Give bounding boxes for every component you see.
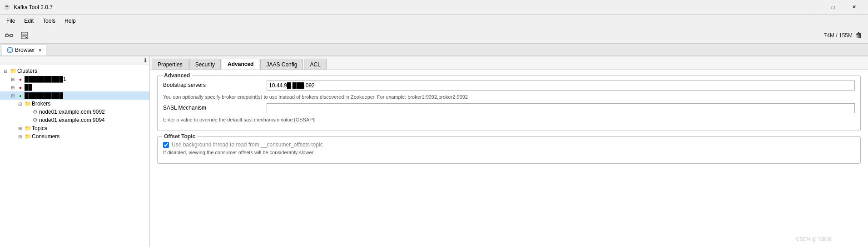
bg-thread-checkbox[interactable] bbox=[163, 142, 169, 148]
cluster1-label: ██████████1 bbox=[25, 76, 66, 82]
gc-icon[interactable]: 🗑 bbox=[855, 31, 863, 40]
advanced-section-group: Advanced Bootstrap servers You can optio… bbox=[157, 76, 861, 131]
connect-icon bbox=[5, 31, 13, 40]
broker1-gear-icon: ⚙ bbox=[31, 109, 39, 115]
close-button[interactable]: ✕ bbox=[843, 0, 864, 15]
sidebar-expand-icon[interactable]: ⬇ bbox=[143, 57, 148, 64]
minimize-button[interactable]: — bbox=[802, 0, 823, 15]
offset-topic-desc: If disabled, viewing the consumer offset… bbox=[163, 150, 855, 155]
brokers-folder-icon: 📁 bbox=[24, 101, 32, 107]
sasl-mechanism-input[interactable] bbox=[267, 103, 855, 113]
bg-thread-label: Use background thread to read from __con… bbox=[172, 141, 323, 148]
bootstrap-servers-desc: You can optionally specify broker endpoi… bbox=[163, 94, 855, 100]
connect-button[interactable] bbox=[2, 29, 16, 42]
sasl-mechanism-label: SASL Mechanism bbox=[163, 103, 263, 111]
title-bar: ☕ Kafka Tool 2.0.7 — □ ✕ bbox=[0, 0, 868, 15]
tree-item-cluster1[interactable]: ⊞ ● ██████████1 bbox=[0, 75, 149, 83]
sidebar-header: ⬇ bbox=[0, 56, 149, 65]
browser-tab-label: Browser bbox=[15, 47, 35, 53]
menu-help[interactable]: Help bbox=[60, 16, 80, 26]
tree-item-cluster2[interactable]: ⊞ ● ██ bbox=[0, 83, 149, 91]
tab-jaas-config-label: JAAS Config bbox=[266, 61, 297, 68]
cluster1-expander: ⊞ bbox=[9, 77, 16, 82]
svg-rect-0 bbox=[5, 35, 8, 36]
content-tabs: Properties Security Advanced JAAS Config… bbox=[150, 56, 868, 70]
tab-security-label: Security bbox=[195, 61, 215, 68]
tree-item-topics[interactable]: ⊞ 📁 Topics bbox=[0, 124, 149, 132]
toolbar-right: 74M / 155M 🗑 bbox=[824, 31, 866, 40]
broker1-label: node01.example.com:9092 bbox=[39, 109, 105, 115]
tab-acl[interactable]: ACL bbox=[304, 59, 326, 70]
offset-topic-title: Offset Topic bbox=[162, 133, 197, 140]
menu-file[interactable]: File bbox=[2, 16, 20, 26]
tab-properties-label: Properties bbox=[158, 61, 183, 68]
consumers-expander: ⊞ bbox=[16, 134, 24, 139]
tree-item-consumers[interactable]: ⊞ 📁 Consumers bbox=[0, 132, 149, 141]
offset-topic-section: Offset Topic Use background thread to re… bbox=[157, 136, 861, 164]
tab-advanced-label: Advanced bbox=[228, 61, 253, 67]
title-bar-left: ☕ Kafka Tool 2.0.7 bbox=[4, 4, 53, 11]
browser-tab-bar: Browser × bbox=[0, 44, 868, 56]
topics-folder-icon: 📁 bbox=[24, 125, 32, 131]
tab-security[interactable]: Security bbox=[189, 59, 221, 70]
maximize-button[interactable]: □ bbox=[823, 0, 843, 15]
bootstrap-servers-label: Bootstrap servers bbox=[163, 81, 263, 88]
bootstrap-servers-input[interactable] bbox=[267, 81, 855, 91]
edit-icon bbox=[20, 31, 29, 40]
svg-point-9 bbox=[7, 47, 13, 53]
clusters-folder-icon: 📁 bbox=[9, 68, 17, 74]
tree-item-brokers[interactable]: ⊟ 📁 Brokers bbox=[0, 100, 149, 108]
clusters-expander: ⊟ bbox=[2, 69, 9, 74]
tab-jaas-config[interactable]: JAAS Config bbox=[260, 59, 303, 70]
cluster2-label: ██ bbox=[25, 84, 32, 91]
tree-item-broker2[interactable]: ⚙ node01.example.com:9094 bbox=[0, 116, 149, 124]
title-bar-controls: — □ ✕ bbox=[802, 0, 864, 15]
menu-edit[interactable]: Edit bbox=[20, 16, 38, 26]
content-area: Properties Security Advanced JAAS Config… bbox=[150, 56, 868, 247]
brokers-label: Brokers bbox=[32, 101, 50, 107]
bootstrap-servers-row: Bootstrap servers bbox=[163, 81, 855, 91]
advanced-panel: Advanced Bootstrap servers You can optio… bbox=[150, 70, 868, 169]
consumers-label: Consumers bbox=[32, 133, 60, 140]
memory-label: 74M / 155M bbox=[824, 32, 853, 39]
cluster3-dot-icon: ● bbox=[16, 93, 25, 98]
edit-button[interactable] bbox=[17, 29, 32, 42]
tree-item-broker1[interactable]: ⚙ node01.example.com:9092 bbox=[0, 108, 149, 116]
advanced-section-title: Advanced bbox=[162, 72, 192, 79]
tab-properties[interactable]: Properties bbox=[152, 59, 188, 70]
tree-item-clusters[interactable]: ⊟ 📁 Clusters bbox=[0, 67, 149, 75]
sasl-mechanism-row: SASL Mechanism bbox=[163, 103, 855, 113]
tree-item-cluster3[interactable]: ⊟ ● ██████████ bbox=[0, 91, 149, 100]
broker2-label: node01.example.com:9094 bbox=[39, 117, 105, 123]
cluster3-label: ██████████ bbox=[25, 92, 63, 99]
topics-label: Topics bbox=[32, 125, 47, 131]
svg-point-10 bbox=[9, 49, 11, 51]
topics-expander: ⊞ bbox=[16, 126, 24, 131]
cluster1-dot-icon: ● bbox=[16, 77, 25, 82]
toolbar-left bbox=[2, 29, 32, 42]
cluster2-dot-icon: ● bbox=[16, 85, 25, 90]
tab-acl-label: ACL bbox=[310, 61, 320, 68]
browser-tab[interactable]: Browser × bbox=[2, 45, 46, 55]
app-title: Kafka Tool 2.0.7 bbox=[14, 4, 53, 10]
tree: ⊟ 📁 Clusters ⊞ ● ██████████1 ⊞ ● ██ ⊟ ● … bbox=[0, 65, 149, 142]
cluster3-expander: ⊟ bbox=[9, 93, 16, 98]
svg-marker-3 bbox=[6, 33, 8, 34]
consumers-folder-icon: 📁 bbox=[24, 133, 32, 140]
tab-advanced[interactable]: Advanced bbox=[222, 59, 259, 70]
browser-tab-close[interactable]: × bbox=[39, 47, 41, 53]
svg-marker-8 bbox=[25, 36, 27, 38]
offset-topic-checkbox-row: Use background thread to read from __con… bbox=[163, 141, 855, 148]
sidebar: ⬇ ⊟ 📁 Clusters ⊞ ● ██████████1 ⊞ ● ██ bbox=[0, 56, 150, 247]
browser-tab-icon bbox=[7, 47, 13, 53]
menu-bar: File Edit Tools Help bbox=[0, 15, 868, 27]
toolbar: 74M / 155M 🗑 bbox=[0, 27, 868, 44]
main-layout: ⬇ ⊟ 📁 Clusters ⊞ ● ██████████1 ⊞ ● ██ bbox=[0, 56, 868, 247]
broker2-gear-icon: ⚙ bbox=[31, 117, 39, 123]
svg-rect-1 bbox=[10, 35, 13, 36]
sasl-mechanism-desc: Enter a value to override the default sa… bbox=[163, 117, 855, 122]
brokers-expander: ⊟ bbox=[16, 101, 24, 106]
clusters-label: Clusters bbox=[17, 68, 37, 74]
menu-tools[interactable]: Tools bbox=[38, 16, 60, 26]
app-icon: ☕ bbox=[4, 4, 11, 11]
